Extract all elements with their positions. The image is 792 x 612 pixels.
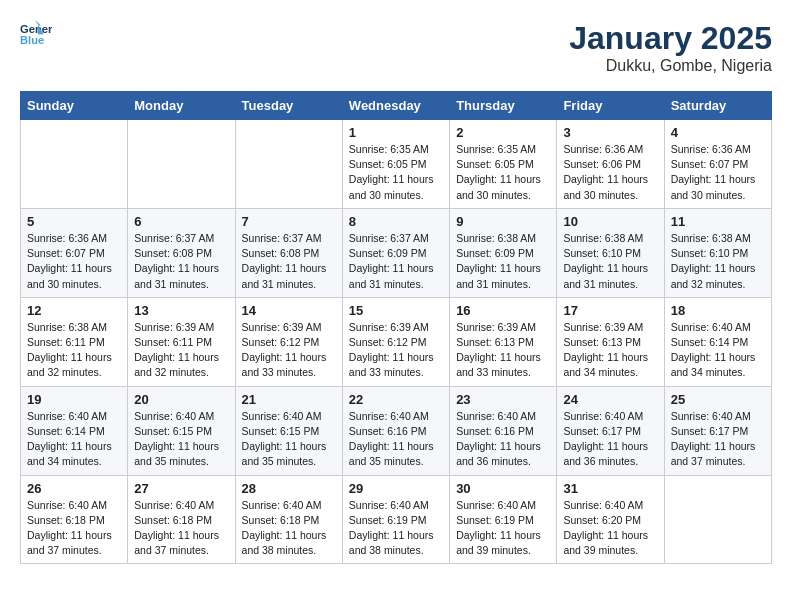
calendar-cell: 30Sunrise: 6:40 AM Sunset: 6:19 PM Dayli… (450, 475, 557, 564)
day-number: 5 (27, 214, 121, 229)
day-number: 10 (563, 214, 657, 229)
day-info: Sunrise: 6:40 AM Sunset: 6:14 PM Dayligh… (27, 409, 121, 470)
day-info: Sunrise: 6:36 AM Sunset: 6:07 PM Dayligh… (671, 142, 765, 203)
day-number: 11 (671, 214, 765, 229)
calendar-subtitle: Dukku, Gombe, Nigeria (569, 57, 772, 75)
day-info: Sunrise: 6:40 AM Sunset: 6:15 PM Dayligh… (134, 409, 228, 470)
day-number: 25 (671, 392, 765, 407)
calendar-cell: 19Sunrise: 6:40 AM Sunset: 6:14 PM Dayli… (21, 386, 128, 475)
day-info: Sunrise: 6:37 AM Sunset: 6:09 PM Dayligh… (349, 231, 443, 292)
logo: General Blue (20, 20, 52, 48)
calendar-cell: 10Sunrise: 6:38 AM Sunset: 6:10 PM Dayli… (557, 208, 664, 297)
calendar-cell: 11Sunrise: 6:38 AM Sunset: 6:10 PM Dayli… (664, 208, 771, 297)
day-info: Sunrise: 6:40 AM Sunset: 6:17 PM Dayligh… (563, 409, 657, 470)
day-number: 12 (27, 303, 121, 318)
day-number: 14 (242, 303, 336, 318)
day-info: Sunrise: 6:39 AM Sunset: 6:13 PM Dayligh… (456, 320, 550, 381)
day-number: 20 (134, 392, 228, 407)
calendar-cell: 9Sunrise: 6:38 AM Sunset: 6:09 PM Daylig… (450, 208, 557, 297)
calendar-cell: 15Sunrise: 6:39 AM Sunset: 6:12 PM Dayli… (342, 297, 449, 386)
calendar-cell: 29Sunrise: 6:40 AM Sunset: 6:19 PM Dayli… (342, 475, 449, 564)
day-info: Sunrise: 6:40 AM Sunset: 6:17 PM Dayligh… (671, 409, 765, 470)
week-row-3: 12Sunrise: 6:38 AM Sunset: 6:11 PM Dayli… (21, 297, 772, 386)
day-info: Sunrise: 6:38 AM Sunset: 6:09 PM Dayligh… (456, 231, 550, 292)
calendar-cell: 17Sunrise: 6:39 AM Sunset: 6:13 PM Dayli… (557, 297, 664, 386)
day-number: 17 (563, 303, 657, 318)
day-number: 21 (242, 392, 336, 407)
day-info: Sunrise: 6:40 AM Sunset: 6:20 PM Dayligh… (563, 498, 657, 559)
svg-text:General: General (20, 23, 52, 35)
day-number: 9 (456, 214, 550, 229)
weekday-monday: Monday (128, 92, 235, 120)
day-info: Sunrise: 6:40 AM Sunset: 6:19 PM Dayligh… (349, 498, 443, 559)
day-info: Sunrise: 6:37 AM Sunset: 6:08 PM Dayligh… (242, 231, 336, 292)
calendar-cell: 2Sunrise: 6:35 AM Sunset: 6:05 PM Daylig… (450, 120, 557, 209)
day-info: Sunrise: 6:38 AM Sunset: 6:10 PM Dayligh… (671, 231, 765, 292)
weekday-friday: Friday (557, 92, 664, 120)
svg-text:Blue: Blue (20, 34, 44, 46)
day-info: Sunrise: 6:37 AM Sunset: 6:08 PM Dayligh… (134, 231, 228, 292)
week-row-2: 5Sunrise: 6:36 AM Sunset: 6:07 PM Daylig… (21, 208, 772, 297)
day-number: 4 (671, 125, 765, 140)
day-number: 22 (349, 392, 443, 407)
calendar-cell: 5Sunrise: 6:36 AM Sunset: 6:07 PM Daylig… (21, 208, 128, 297)
day-info: Sunrise: 6:36 AM Sunset: 6:06 PM Dayligh… (563, 142, 657, 203)
calendar-cell: 3Sunrise: 6:36 AM Sunset: 6:06 PM Daylig… (557, 120, 664, 209)
calendar-table: SundayMondayTuesdayWednesdayThursdayFrid… (20, 91, 772, 564)
calendar-cell: 14Sunrise: 6:39 AM Sunset: 6:12 PM Dayli… (235, 297, 342, 386)
day-info: Sunrise: 6:40 AM Sunset: 6:14 PM Dayligh… (671, 320, 765, 381)
calendar-cell: 31Sunrise: 6:40 AM Sunset: 6:20 PM Dayli… (557, 475, 664, 564)
day-info: Sunrise: 6:38 AM Sunset: 6:11 PM Dayligh… (27, 320, 121, 381)
calendar-cell: 16Sunrise: 6:39 AM Sunset: 6:13 PM Dayli… (450, 297, 557, 386)
calendar-cell: 24Sunrise: 6:40 AM Sunset: 6:17 PM Dayli… (557, 386, 664, 475)
day-info: Sunrise: 6:36 AM Sunset: 6:07 PM Dayligh… (27, 231, 121, 292)
calendar-cell (128, 120, 235, 209)
calendar-body: 1Sunrise: 6:35 AM Sunset: 6:05 PM Daylig… (21, 120, 772, 564)
weekday-header-row: SundayMondayTuesdayWednesdayThursdayFrid… (21, 92, 772, 120)
day-number: 30 (456, 481, 550, 496)
logo-icon: General Blue (20, 20, 52, 48)
day-number: 18 (671, 303, 765, 318)
day-info: Sunrise: 6:39 AM Sunset: 6:12 PM Dayligh… (242, 320, 336, 381)
day-number: 16 (456, 303, 550, 318)
calendar-cell (21, 120, 128, 209)
day-number: 29 (349, 481, 443, 496)
day-info: Sunrise: 6:40 AM Sunset: 6:15 PM Dayligh… (242, 409, 336, 470)
calendar-cell: 22Sunrise: 6:40 AM Sunset: 6:16 PM Dayli… (342, 386, 449, 475)
day-info: Sunrise: 6:35 AM Sunset: 6:05 PM Dayligh… (349, 142, 443, 203)
day-info: Sunrise: 6:40 AM Sunset: 6:16 PM Dayligh… (349, 409, 443, 470)
day-info: Sunrise: 6:40 AM Sunset: 6:16 PM Dayligh… (456, 409, 550, 470)
calendar-cell: 18Sunrise: 6:40 AM Sunset: 6:14 PM Dayli… (664, 297, 771, 386)
day-number: 19 (27, 392, 121, 407)
calendar-cell: 7Sunrise: 6:37 AM Sunset: 6:08 PM Daylig… (235, 208, 342, 297)
calendar-cell: 1Sunrise: 6:35 AM Sunset: 6:05 PM Daylig… (342, 120, 449, 209)
title-block: January 2025 Dukku, Gombe, Nigeria (569, 20, 772, 75)
day-info: Sunrise: 6:39 AM Sunset: 6:13 PM Dayligh… (563, 320, 657, 381)
calendar-cell (235, 120, 342, 209)
day-info: Sunrise: 6:38 AM Sunset: 6:10 PM Dayligh… (563, 231, 657, 292)
calendar-title: January 2025 (569, 20, 772, 57)
day-info: Sunrise: 6:40 AM Sunset: 6:19 PM Dayligh… (456, 498, 550, 559)
calendar-cell: 28Sunrise: 6:40 AM Sunset: 6:18 PM Dayli… (235, 475, 342, 564)
day-info: Sunrise: 6:40 AM Sunset: 6:18 PM Dayligh… (27, 498, 121, 559)
day-number: 28 (242, 481, 336, 496)
day-number: 31 (563, 481, 657, 496)
day-number: 27 (134, 481, 228, 496)
day-info: Sunrise: 6:39 AM Sunset: 6:11 PM Dayligh… (134, 320, 228, 381)
weekday-sunday: Sunday (21, 92, 128, 120)
day-number: 3 (563, 125, 657, 140)
calendar-cell: 13Sunrise: 6:39 AM Sunset: 6:11 PM Dayli… (128, 297, 235, 386)
day-number: 13 (134, 303, 228, 318)
week-row-5: 26Sunrise: 6:40 AM Sunset: 6:18 PM Dayli… (21, 475, 772, 564)
day-number: 1 (349, 125, 443, 140)
day-number: 24 (563, 392, 657, 407)
day-number: 8 (349, 214, 443, 229)
weekday-saturday: Saturday (664, 92, 771, 120)
day-number: 26 (27, 481, 121, 496)
calendar-cell: 4Sunrise: 6:36 AM Sunset: 6:07 PM Daylig… (664, 120, 771, 209)
week-row-1: 1Sunrise: 6:35 AM Sunset: 6:05 PM Daylig… (21, 120, 772, 209)
weekday-wednesday: Wednesday (342, 92, 449, 120)
calendar-cell: 20Sunrise: 6:40 AM Sunset: 6:15 PM Dayli… (128, 386, 235, 475)
page-header: General Blue January 2025 Dukku, Gombe, … (20, 20, 772, 75)
calendar-cell: 6Sunrise: 6:37 AM Sunset: 6:08 PM Daylig… (128, 208, 235, 297)
